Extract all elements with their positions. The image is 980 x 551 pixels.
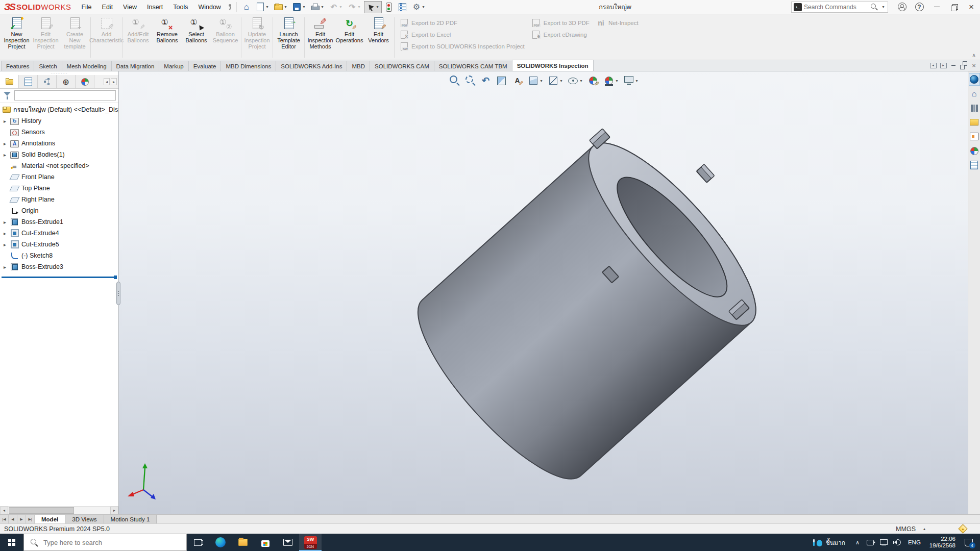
start-button[interactable] bbox=[0, 534, 23, 551]
tree-item-origin[interactable]: Origin bbox=[0, 205, 118, 216]
nav-prev-button[interactable] bbox=[9, 515, 17, 523]
search-icon[interactable] bbox=[870, 3, 879, 12]
units-caret-icon[interactable] bbox=[920, 524, 929, 534]
create-new-template-button[interactable]: Create New template bbox=[60, 15, 89, 49]
tree-root-item[interactable]: กรอบใหญ่w (Default) <<Default>_Displ bbox=[0, 104, 118, 115]
tray-overflow-button[interactable] bbox=[851, 534, 864, 551]
menu-tools[interactable]: Tools bbox=[168, 0, 193, 14]
close-button[interactable] bbox=[963, 0, 980, 14]
weather-widget[interactable]: ชื้นมาก bbox=[807, 538, 851, 547]
search-caret-icon[interactable] bbox=[881, 3, 886, 12]
tree-item-right-plane[interactable]: Right Plane bbox=[0, 194, 118, 205]
tree-item-front-plane[interactable]: Front Plane bbox=[0, 171, 118, 183]
propertymanager-tab[interactable] bbox=[19, 75, 38, 88]
meet-now-button[interactable] bbox=[864, 534, 877, 551]
file-properties-button[interactable] bbox=[396, 1, 409, 13]
net-inspect-button[interactable]: Net-Inspect bbox=[597, 19, 639, 27]
hide-show-items-button[interactable] bbox=[566, 74, 584, 87]
scroll-right-button[interactable] bbox=[110, 507, 118, 514]
explorer-button[interactable] bbox=[232, 534, 254, 551]
menu-edit[interactable]: Edit bbox=[97, 0, 118, 14]
tab-mbd[interactable]: MBD bbox=[347, 61, 370, 71]
tab-evaluate[interactable]: Evaluate bbox=[188, 61, 222, 71]
notification-center-button[interactable]: 4 bbox=[960, 534, 977, 551]
tree-item-cut-extrude4[interactable]: Cut-Extrude4 bbox=[0, 228, 118, 239]
filter-funnel-icon[interactable] bbox=[3, 91, 12, 100]
volume-button[interactable] bbox=[891, 534, 904, 551]
doc-restore-button[interactable] bbox=[960, 62, 968, 69]
restore-button[interactable] bbox=[945, 0, 963, 14]
design-library-button[interactable] bbox=[969, 102, 980, 114]
tree-item-sensors[interactable]: Sensors bbox=[0, 127, 118, 138]
model-3d-cylinder[interactable] bbox=[119, 71, 968, 514]
search-commands-input[interactable] bbox=[804, 4, 868, 11]
add-characteristic-button[interactable]: Add Characteristic bbox=[92, 15, 121, 43]
menu-view[interactable]: View bbox=[118, 0, 142, 14]
ribbon-collapse-icon[interactable] bbox=[972, 52, 976, 59]
featuremanager-tab[interactable] bbox=[0, 75, 19, 88]
export-to-solidworks-inspection-project-button[interactable]: Export to SOLIDWORKS Inspection Project bbox=[400, 42, 525, 51]
sw-resources-button[interactable] bbox=[969, 73, 980, 86]
doc-close-button[interactable] bbox=[970, 62, 978, 69]
expander-icon[interactable] bbox=[2, 151, 8, 158]
appearances-button[interactable] bbox=[969, 144, 980, 157]
help-button[interactable] bbox=[911, 0, 928, 14]
expander-icon[interactable] bbox=[2, 140, 8, 147]
task-view-button[interactable] bbox=[187, 534, 209, 551]
edit-vendors-button[interactable]: Edit Vendors bbox=[364, 15, 393, 43]
section-view-button[interactable] bbox=[495, 74, 509, 87]
scroll-right-button[interactable] bbox=[111, 78, 117, 85]
scroll-left-button[interactable] bbox=[0, 507, 8, 514]
tree-filter-input[interactable] bbox=[14, 90, 116, 101]
dimxpertmanager-tab[interactable] bbox=[57, 75, 76, 88]
tree-item-material-not-specified[interactable]: Material <not specified> bbox=[0, 160, 118, 171]
tab-solidworks-add-ins[interactable]: SOLIDWORKS Add-Ins bbox=[276, 61, 347, 71]
new-document-button[interactable] bbox=[254, 1, 272, 13]
export-edrawing-button[interactable]: Export eDrawing bbox=[532, 31, 590, 39]
tab-solidworks-inspection[interactable]: SOLIDWORKS Inspection bbox=[512, 60, 594, 71]
panel-splitter-handle[interactable] bbox=[116, 282, 120, 305]
print-button[interactable] bbox=[309, 1, 327, 13]
previous-view-button[interactable] bbox=[479, 74, 493, 87]
rollback-bar[interactable] bbox=[2, 277, 117, 278]
edit-inspection-project-button[interactable]: Edit Inspection Project bbox=[31, 15, 60, 49]
tree-item-sketch8[interactable]: (-) Sketch8 bbox=[0, 250, 118, 261]
doc-prev-button[interactable] bbox=[929, 62, 937, 69]
add-edit-balloons-button[interactable]: Add/Edit Balloons bbox=[124, 15, 153, 43]
export-to-excel-button[interactable]: Export to Excel bbox=[400, 31, 525, 39]
menu-file[interactable]: File bbox=[76, 0, 96, 14]
tab-solidworks-cam[interactable]: SOLIDWORKS CAM bbox=[370, 61, 434, 71]
mail-button[interactable] bbox=[277, 534, 299, 551]
new-inspection-project-button[interactable]: New Inspection Project bbox=[2, 15, 31, 49]
taskbar-search-box[interactable] bbox=[23, 534, 187, 551]
panel-grip-handle[interactable] bbox=[0, 71, 118, 75]
tab-markup[interactable]: Markup bbox=[159, 61, 188, 71]
configurationmanager-tab[interactable] bbox=[38, 75, 57, 88]
menu-window[interactable]: Window bbox=[193, 0, 226, 14]
tree-horizontal-scrollbar[interactable] bbox=[0, 506, 118, 514]
network-button[interactable] bbox=[877, 534, 891, 551]
tree-item-top-plane[interactable]: Top Plane bbox=[0, 183, 118, 194]
view-orientation-button[interactable] bbox=[526, 74, 545, 87]
zoom-fit-button[interactable] bbox=[447, 74, 461, 87]
edit-inspection-methods-button[interactable]: Edit Inspection Methods bbox=[306, 15, 335, 49]
doc-next-button[interactable] bbox=[939, 62, 947, 69]
nav-first-button[interactable] bbox=[0, 515, 9, 523]
solidworks-2024-button[interactable] bbox=[299, 534, 322, 551]
select-balloons-button[interactable]: Select Balloons bbox=[182, 15, 211, 43]
edge-button[interactable] bbox=[209, 534, 232, 551]
redo-button[interactable] bbox=[346, 1, 363, 13]
doc-tab-model[interactable]: Model bbox=[35, 515, 65, 523]
export-to-3d-pdf-button[interactable]: Export to 3D PDF bbox=[532, 19, 590, 27]
doc-tab-motion-study-1[interactable]: Motion Study 1 bbox=[104, 515, 157, 523]
rebuild-button[interactable] bbox=[382, 1, 396, 13]
tree-item-boss-extrude3[interactable]: Boss-Extrude3 bbox=[0, 261, 118, 272]
options-gear-button[interactable] bbox=[410, 1, 428, 13]
taskbar-search-input[interactable] bbox=[43, 539, 181, 546]
tab-mbd-dimensions[interactable]: MBD Dimensions bbox=[220, 61, 276, 71]
account-button[interactable] bbox=[893, 0, 911, 14]
language-indicator[interactable]: ENG bbox=[904, 539, 925, 545]
select-cursor-button[interactable] bbox=[364, 1, 382, 13]
graphics-viewport[interactable] bbox=[119, 71, 968, 514]
displaymanager-tab[interactable] bbox=[76, 75, 94, 88]
